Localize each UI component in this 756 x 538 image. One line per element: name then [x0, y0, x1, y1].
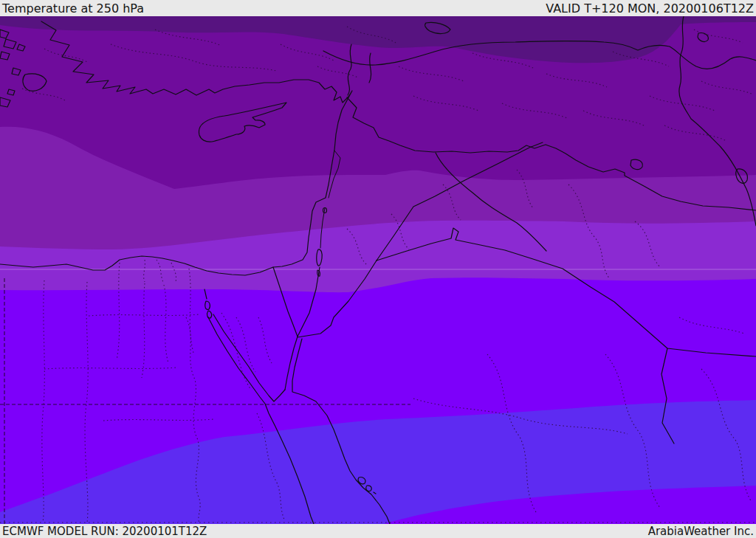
model-run-label: ECMWF MODEL RUN: 20200101T12Z: [2, 525, 207, 538]
model-info-bar: ECMWF MODEL RUN: 20200101T12Z ArabiaWeat…: [0, 524, 756, 538]
valid-time-label: VALID T+120 MON, 20200106T12Z: [546, 1, 754, 15]
weather-map: [0, 16, 756, 524]
map-title: Temperature at 250 hPa: [2, 1, 144, 15]
attribution-label: ArabiaWeather Inc.: [648, 525, 754, 538]
map-title-bar: Temperature at 250 hPa VALID T+120 MON, …: [0, 0, 756, 16]
